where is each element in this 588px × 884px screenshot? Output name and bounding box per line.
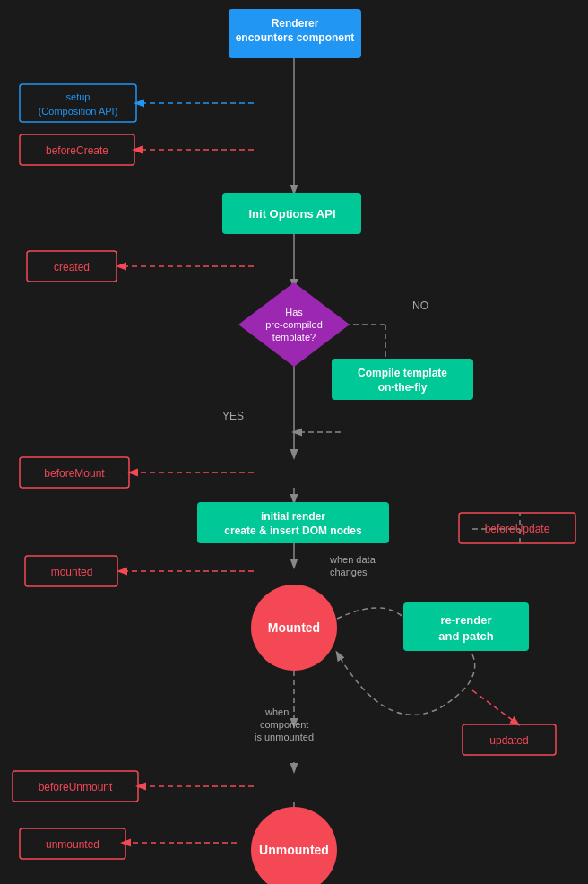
when-data-label: when data bbox=[329, 554, 376, 565]
when-data-label2: changes bbox=[330, 567, 368, 577]
svg-text:Mounted: Mounted bbox=[268, 620, 320, 635]
svg-text:beforeUnmount: beforeUnmount bbox=[39, 781, 113, 793]
svg-text:Compile template: Compile template bbox=[358, 367, 447, 379]
svg-text:Has: Has bbox=[285, 307, 303, 317]
yes-label: YES bbox=[222, 410, 244, 422]
svg-text:encounters component: encounters component bbox=[236, 31, 355, 44]
svg-text:on-the-fly: on-the-fly bbox=[378, 381, 428, 394]
svg-line-21 bbox=[472, 690, 518, 724]
svg-text:beforeMount: beforeMount bbox=[44, 467, 105, 480]
svg-text:beforeCreate: beforeCreate bbox=[46, 144, 108, 157]
svg-text:mounted: mounted bbox=[51, 566, 93, 578]
svg-text:updated: updated bbox=[489, 734, 528, 747]
svg-text:created: created bbox=[54, 261, 90, 273]
svg-text:pre-compiled: pre-compiled bbox=[265, 319, 323, 330]
svg-text:template?: template? bbox=[272, 332, 316, 342]
when-component-label: when bbox=[264, 706, 289, 717]
lifecycle-diagram: Renderer encounters component setup (Com… bbox=[0, 0, 588, 884]
svg-text:Init Options API: Init Options API bbox=[248, 207, 335, 221]
when-component-label2: component bbox=[260, 719, 308, 730]
svg-text:unmounted: unmounted bbox=[46, 838, 99, 851]
svg-text:Unmounted: Unmounted bbox=[259, 843, 329, 857]
svg-text:re-render: re-render bbox=[440, 613, 491, 627]
svg-text:Renderer: Renderer bbox=[272, 17, 319, 30]
when-component-label3: is unmounted bbox=[255, 732, 314, 742]
svg-text:and patch: and patch bbox=[438, 629, 493, 643]
svg-text:beforeUpdate: beforeUpdate bbox=[485, 523, 550, 535]
svg-text:setup: setup bbox=[66, 91, 91, 102]
initial-render-node bbox=[197, 502, 389, 543]
svg-text:(Composition API): (Composition API) bbox=[39, 106, 118, 117]
rerender-node bbox=[403, 602, 529, 651]
svg-text:initial render: initial render bbox=[261, 510, 325, 523]
no-label: NO bbox=[412, 299, 428, 312]
compile-template-node bbox=[332, 359, 473, 400]
svg-text:create & insert DOM nodes: create & insert DOM nodes bbox=[224, 524, 362, 537]
